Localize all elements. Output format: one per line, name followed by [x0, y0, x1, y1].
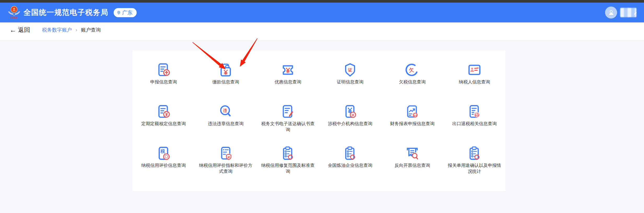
svg-text:欠: 欠: [408, 67, 414, 73]
doc-tax-gear-icon: 税: [155, 145, 172, 161]
edit-pencil-icon[interactable]: [633, 11, 637, 16]
service-item[interactable]: 报关单用途确认以及申报情况统计: [443, 145, 506, 187]
svg-text:证: 证: [348, 68, 352, 72]
magnifier-violation-icon: 违: [218, 104, 234, 120]
service-label: 纳税信用评价指标和评价方式查询: [199, 162, 253, 174]
id-card-icon: [466, 62, 483, 78]
doc-list-shield-icon: 评: [218, 145, 234, 161]
clipboard-refresh-icon: [466, 145, 483, 161]
window-top-strip: [0, 0, 644, 3]
svg-text:涉: 涉: [351, 113, 354, 117]
services-card: 申报信息查询缴款信息查询优惠信息查询证证明信息查询欠欠税信息查询纳税人信息查询定…: [132, 50, 506, 191]
app-header: 中国税务 全国统一规范电子税务局 广东: [0, 3, 644, 22]
service-label: 全国炼油企业信息查询: [328, 162, 372, 168]
back-arrow-icon: ←: [10, 27, 16, 33]
ticket-yen-icon: [280, 62, 296, 78]
service-item[interactable]: 缴款信息查询: [195, 62, 257, 104]
svg-text:税: 税: [160, 149, 165, 154]
region-selector[interactable]: 广东: [114, 8, 137, 17]
breadcrumb-current: 账户查询: [81, 27, 101, 33]
svg-text:评: 评: [227, 156, 230, 159]
service-item[interactable]: 纳税信用修复范围及标准查询: [257, 145, 319, 187]
clipboard-refresh-icon: [280, 145, 296, 161]
bag-yen-icon: [218, 62, 234, 78]
china-tax-emblem-logo: 中国税务: [8, 5, 20, 20]
breadcrumb-separator: ›: [76, 27, 77, 33]
svg-text:违: 违: [223, 108, 227, 113]
service-label: 优惠信息查询: [275, 79, 301, 85]
doc-yen-stamp-icon: 涉: [342, 104, 358, 120]
service-item[interactable]: 纳税人信息查询: [443, 62, 506, 104]
service-label: 纳税信用评价信息查询: [141, 162, 186, 168]
service-item[interactable]: 全国炼油企业信息查询: [319, 145, 381, 187]
service-item[interactable]: 涉涉税中介机构信息查询: [319, 104, 381, 145]
service-label: 证明信息查询: [337, 79, 363, 85]
doc-pencil-icon: [280, 104, 296, 120]
service-item[interactable]: 税纳税信用评价信息查询: [132, 145, 195, 187]
service-label: 财务报表申报信息查询: [390, 121, 434, 127]
back-label: 返回: [18, 26, 30, 34]
back-button[interactable]: ← 返回: [10, 26, 30, 34]
service-item[interactable]: 出口退税相关信息查询: [443, 104, 506, 145]
doc-upload-icon: [155, 62, 172, 78]
service-label: 纳税人信息查询: [459, 79, 490, 85]
service-label: 出口退税相关信息查询: [452, 121, 497, 127]
service-item[interactable]: 欠欠税信息查询: [381, 62, 443, 104]
service-item[interactable]: 证证明信息查询: [319, 62, 381, 104]
doc-chart-upload-icon: [404, 104, 420, 120]
service-label: 违法违章信息查询: [208, 121, 243, 127]
breadcrumb-bar: ← 返回 税务数字账户 › 账户查询: [0, 22, 644, 40]
service-label: 报关单用途确认以及申报情况统计: [447, 162, 502, 174]
service-item[interactable]: 财务报表申报信息查询: [381, 104, 443, 145]
service-label: 申报信息查询: [150, 79, 177, 85]
service-item[interactable]: 反向开票信息查询: [381, 145, 443, 187]
arc-owe-icon: 欠: [404, 62, 420, 78]
receipt-magnifier-icon: [404, 145, 420, 161]
service-label: 定期定额核定信息查询: [141, 121, 186, 127]
service-item[interactable]: 违违法违章信息查询: [195, 104, 257, 145]
service-item[interactable]: 申报信息查询: [132, 62, 195, 104]
user-icon: [608, 9, 615, 16]
doc-globe-icon: [466, 104, 483, 120]
service-label: 税务文书电子送达确认书查询: [261, 121, 315, 133]
service-label: 纳税信用修复范围及标准查询: [261, 162, 315, 174]
shield-cert-icon: 证: [342, 62, 358, 78]
logo-caption: 中国税务: [10, 16, 18, 19]
service-item[interactable]: 优惠信息查询: [257, 62, 319, 104]
services-grid: 申报信息查询缴款信息查询优惠信息查询证证明信息查询欠欠税信息查询纳税人信息查询定…: [132, 50, 506, 187]
doc-yen-badge-icon: [155, 104, 172, 120]
service-label: 欠税信息查询: [399, 79, 426, 85]
clipboard-refresh-icon: [342, 145, 358, 161]
breadcrumb-link-tax-digital-account[interactable]: 税务数字账户: [42, 27, 72, 33]
service-item[interactable]: 评纳税信用评价指标和评价方式查询: [195, 145, 257, 187]
user-avatar[interactable]: [605, 7, 617, 19]
service-label: 涉税中介机构信息查询: [328, 121, 372, 127]
service-item[interactable]: 税务文书电子送达确认书查询: [257, 104, 319, 145]
page-background: 申报信息查询缴款信息查询优惠信息查询证证明信息查询欠欠税信息查询纳税人信息查询定…: [0, 40, 644, 213]
app-title: 全国统一规范电子税务局: [24, 8, 108, 17]
service-item[interactable]: 定期定额核定信息查询: [132, 104, 195, 145]
service-label: 缴款信息查询: [212, 79, 239, 85]
service-label: 反向开票信息查询: [394, 162, 430, 168]
location-pin-icon: [117, 10, 121, 15]
region-label: 广东: [122, 9, 133, 16]
